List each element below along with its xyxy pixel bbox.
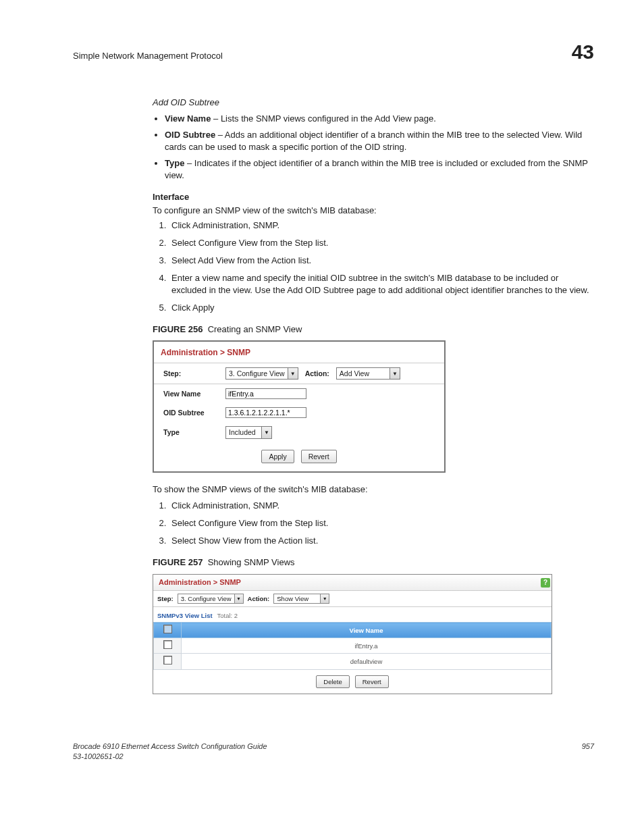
param-bullets: View Name – Lists the SNMP views configu… <box>153 113 591 182</box>
section-add-oid: Add OID Subtree <box>153 97 591 109</box>
step-select[interactable]: 3. Configure View ▼ <box>178 594 244 604</box>
row-checkbox[interactable] <box>163 656 172 664</box>
bullet-view-name: View Name – Lists the SNMP views configu… <box>165 113 591 125</box>
chevron-down-icon: ▼ <box>320 594 329 604</box>
footer-doc-title: Brocade 6910 Ethernet Access Switch Conf… <box>73 741 267 752</box>
cell-view-name: ifEntry.a <box>182 638 552 654</box>
step-2: Select Configure View from the Step list… <box>169 517 591 529</box>
cell-view-name: defaultview <box>182 654 552 669</box>
figure-257-panel: Administration > SNMP ? Step: 3. Configu… <box>153 574 552 694</box>
revert-button[interactable]: Revert <box>355 675 389 688</box>
figure-256-title: Creating an SNMP View <box>208 324 302 334</box>
step-1: Click Administration, SNMP. <box>169 500 591 512</box>
step-2: Select Configure View from the Step list… <box>169 237 591 249</box>
oid-subtree-label: OID Subtree <box>163 408 219 417</box>
step-1: Click Administration, SNMP. <box>169 219 591 232</box>
steps-show: Click Administration, SNMP. Select Confi… <box>153 500 591 547</box>
action-label: Action: <box>305 369 329 378</box>
running-header: Simple Network Management Protocol <box>73 50 223 62</box>
list-title: SNMPv3 View List <box>157 612 213 619</box>
chapter-number: 43 <box>572 38 594 66</box>
figure-256-label: FIGURE 256 <box>153 324 203 334</box>
figure-256-panel: Administration > SNMP Step: 3. Configure… <box>153 340 446 473</box>
show-intro: To show the SNMP views of the switch's M… <box>153 484 591 496</box>
breadcrumb: Administration > SNMP <box>154 342 444 363</box>
figure-257-title: Showing SNMP Views <box>208 557 295 567</box>
breadcrumb: Administration > SNMP <box>153 575 246 590</box>
view-name-label: View Name <box>163 389 219 398</box>
table-row: ifEntry.a <box>154 638 552 654</box>
bullet-type: Type – Indicates if the object identifie… <box>165 157 591 182</box>
chevron-down-icon: ▼ <box>288 367 298 380</box>
step-label: Step: <box>157 594 173 603</box>
row-checkbox[interactable] <box>163 640 172 649</box>
figure-257-label: FIGURE 257 <box>153 557 203 567</box>
interface-intro: To configure an SNMP view of the switch'… <box>153 205 591 217</box>
apply-button[interactable]: Apply <box>261 450 294 463</box>
action-select[interactable]: Show View ▼ <box>273 594 329 604</box>
delete-button[interactable]: Delete <box>316 675 349 688</box>
step-3: Select Add View from the Action list. <box>169 255 591 267</box>
footer-doc-id: 53-1002651-02 <box>73 752 267 762</box>
type-label: Type <box>163 427 219 437</box>
view-name-input[interactable] <box>225 388 306 399</box>
step-5: Click Apply <box>169 302 591 314</box>
table-row: defaultview <box>154 654 552 669</box>
type-select[interactable]: Included ▼ <box>225 426 272 438</box>
action-select[interactable]: Add View ▼ <box>336 367 400 380</box>
help-icon[interactable]: ? <box>541 578 550 588</box>
view-table: View Name ifEntry.a defaultview <box>153 622 552 669</box>
select-all-checkbox[interactable] <box>163 625 172 633</box>
list-total: Total: 2 <box>214 612 238 619</box>
step-select[interactable]: 3. Configure View ▼ <box>225 367 298 380</box>
action-label: Action: <box>248 594 270 603</box>
step-label: Step: <box>163 369 219 378</box>
col-view-name: View Name <box>182 623 552 638</box>
chevron-down-icon: ▼ <box>261 426 272 438</box>
interface-heading: Interface <box>153 191 591 203</box>
page-number: 957 <box>582 741 594 762</box>
chevron-down-icon: ▼ <box>390 367 400 380</box>
oid-subtree-input[interactable] <box>225 407 306 418</box>
chevron-down-icon: ▼ <box>234 594 244 604</box>
bullet-oid-subtree: OID Subtree – Adds an additional object … <box>165 129 591 153</box>
step-4: Enter a view name and specify the initia… <box>169 272 591 296</box>
step-3: Select Show View from the Action list. <box>169 535 591 547</box>
revert-button[interactable]: Revert <box>301 450 337 463</box>
steps-create: Click Administration, SNMP. Select Confi… <box>153 219 591 314</box>
